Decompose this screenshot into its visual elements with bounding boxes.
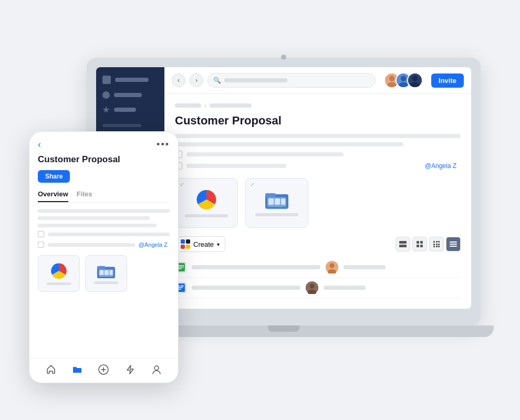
svg-rect-12 — [265, 193, 276, 197]
tab-overview[interactable]: Overview — [38, 190, 68, 202]
mention-tag: @Angela Z — [425, 162, 461, 170]
svg-rect-34 — [450, 246, 457, 247]
task-row-1 — [175, 151, 461, 158]
svg-point-60 — [154, 366, 159, 370]
back-button[interactable]: ‹ — [172, 74, 185, 87]
svg-rect-15 — [275, 198, 280, 205]
folder-icon — [265, 190, 288, 209]
content-line — [175, 134, 461, 138]
search-icon: 🔍 — [213, 77, 221, 84]
file-card-folder[interactable]: ⤢ — [245, 178, 308, 228]
star-icon — [102, 106, 110, 113]
laptop-topbar: ‹ › 🔍 — [164, 67, 471, 94]
svg-point-40 — [329, 264, 334, 268]
sidebar-item-label — [114, 108, 136, 112]
mobile-content-line — [38, 209, 170, 213]
svg-rect-16 — [281, 198, 285, 205]
sidebar-item-favorites[interactable] — [102, 106, 158, 113]
svg-rect-22 — [420, 245, 423, 247]
svg-rect-21 — [417, 245, 419, 247]
svg-rect-23 — [433, 241, 435, 243]
chevron-down-icon: ▾ — [217, 242, 220, 247]
breadcrumb-part1 — [175, 103, 201, 108]
mobile-task-row-1 — [38, 231, 170, 237]
create-icon — [181, 239, 190, 249]
mobile-file-card-chart[interactable] — [38, 255, 80, 292]
mobile-file-card-folder[interactable] — [85, 255, 127, 292]
user-icon — [102, 91, 110, 99]
mobile-screen: ‹ ••• Customer Proposal Share Overview F… — [29, 131, 179, 383]
svg-rect-31 — [438, 246, 440, 247]
sq-blue — [181, 239, 185, 244]
mobile-task-label-2 — [48, 243, 135, 247]
sidebar-item-dashboard[interactable] — [102, 76, 158, 84]
tab-files[interactable]: Files — [77, 190, 92, 202]
user-nav-button[interactable] — [151, 364, 162, 375]
task-label-1 — [186, 152, 344, 156]
lightning-nav-button[interactable] — [124, 364, 136, 375]
chart-icon — [196, 189, 217, 210]
invite-button[interactable]: Invite — [431, 74, 464, 88]
file-owner-avatar — [306, 281, 318, 294]
file-list-row[interactable] — [175, 257, 461, 278]
home-nav-button[interactable] — [45, 364, 57, 375]
breadcrumb-part2 — [210, 103, 252, 108]
mobile-task-label-1 — [48, 233, 170, 236]
file-cards-row: ⤢ ⤢ — [175, 178, 461, 228]
create-button[interactable]: Create ▾ — [175, 236, 225, 252]
svg-rect-32 — [450, 242, 457, 243]
svg-rect-26 — [433, 244, 435, 245]
svg-point-7 — [412, 76, 418, 81]
file-list-row[interactable] — [175, 278, 461, 298]
task-row-2: @Angela Z — [175, 162, 461, 170]
search-bar[interactable]: 🔍 — [207, 73, 376, 88]
laptop-camera — [281, 55, 286, 60]
mobile-content: Customer Proposal Share Overview Files — [29, 154, 178, 358]
add-nav-button[interactable] — [98, 364, 109, 375]
sidebar-item-contacts[interactable] — [102, 91, 158, 99]
svg-rect-27 — [436, 244, 438, 245]
mobile-checkbox-2[interactable] — [38, 242, 44, 248]
mobile-tabs: Overview Files — [38, 190, 170, 203]
sq-yellow — [186, 245, 190, 249]
svg-rect-30 — [436, 246, 438, 247]
mobile-task-row-2: @Angela Z — [38, 242, 170, 248]
sidebar-item-label — [115, 78, 149, 82]
file-date-bar — [324, 286, 366, 290]
folder-nav-button[interactable] — [71, 364, 83, 375]
mobile-checkbox-1[interactable] — [38, 231, 44, 237]
scene: ‹ › 🔍 — [24, 26, 496, 394]
view-small-grid-button[interactable] — [429, 237, 444, 251]
avatar-group — [384, 72, 423, 88]
svg-rect-56 — [109, 270, 112, 275]
create-label: Create — [193, 240, 214, 248]
avatar — [407, 72, 423, 88]
sq-black — [186, 239, 190, 244]
expand-icon: ⤢ — [180, 182, 184, 187]
view-list-button[interactable] — [446, 237, 461, 251]
mobile-more-button[interactable]: ••• — [157, 139, 170, 150]
laptop-page-content: › Customer Proposal — [164, 94, 471, 309]
svg-rect-33 — [450, 244, 457, 245]
view-buttons — [396, 237, 461, 251]
mobile-back-button[interactable]: ‹ — [38, 139, 41, 150]
svg-rect-18 — [399, 245, 407, 247]
file-card-label — [255, 213, 299, 216]
mobile-folder-icon — [97, 264, 116, 278]
forward-button[interactable]: › — [190, 74, 203, 87]
file-owner-avatar — [326, 261, 338, 274]
svg-rect-52 — [97, 266, 106, 269]
search-placeholder — [224, 78, 287, 82]
mobile-file-label — [94, 281, 119, 284]
svg-rect-19 — [417, 241, 419, 244]
task-label-2 — [186, 164, 286, 168]
view-folder-button[interactable] — [396, 237, 410, 251]
sidebar-item-label — [114, 93, 142, 97]
view-grid-button[interactable] — [412, 237, 427, 251]
file-card-chart[interactable]: ⤢ — [175, 178, 238, 228]
svg-rect-17 — [399, 241, 407, 244]
toolbar-row: Create ▾ — [175, 236, 461, 252]
mobile-share-button[interactable]: Share — [38, 170, 70, 183]
svg-rect-20 — [420, 241, 423, 244]
file-name-bar — [192, 265, 320, 269]
